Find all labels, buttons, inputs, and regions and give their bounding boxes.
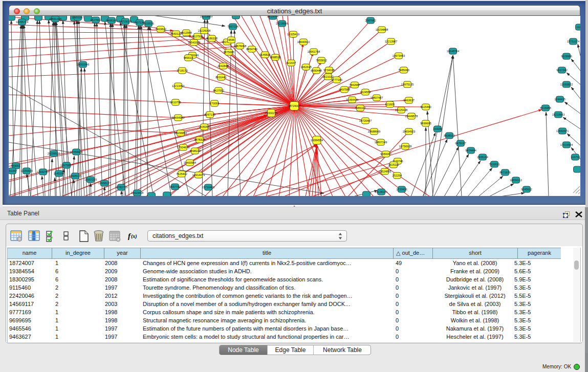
svg-text:9127509: 9127509: [192, 35, 203, 38]
svg-text:116753: 116753: [571, 156, 580, 159]
svg-text:10025438: 10025438: [395, 108, 407, 112]
svg-text:11156829: 11156829: [20, 169, 33, 172]
svg-text:10654112: 10654112: [510, 179, 522, 182]
svg-text:1588520: 1588520: [270, 56, 280, 59]
svg-text:17016504: 17016504: [560, 143, 573, 146]
svg-text:17359928: 17359928: [70, 150, 82, 154]
svg-text:10961758: 10961758: [308, 50, 320, 53]
svg-text:3875685: 3875685: [223, 51, 234, 54]
svg-text:164095: 164095: [433, 127, 442, 130]
svg-text:10973493: 10973493: [393, 54, 405, 57]
svg-text:16210643: 16210643: [552, 113, 564, 116]
svg-text:18807249: 18807249: [375, 141, 387, 144]
svg-text:16782759: 16782759: [115, 186, 127, 189]
svg-text:13692971: 13692971: [556, 129, 569, 133]
svg-text:1527602: 1527602: [90, 18, 101, 21]
svg-text:7986322: 7986322: [355, 106, 365, 110]
svg-text:14055724: 14055724: [16, 20, 28, 24]
svg-text:7357224: 7357224: [227, 25, 238, 28]
svg-text:1244415: 1244415: [554, 98, 565, 101]
svg-text:1145194: 1145194: [53, 172, 64, 175]
svg-text:16640910: 16640910: [297, 40, 310, 43]
svg-text:7955812: 7955812: [316, 59, 326, 62]
svg-text:12213393: 12213393: [172, 84, 184, 87]
svg-text:23300275: 23300275: [265, 112, 277, 115]
svg-text:12905135: 12905135: [69, 174, 81, 178]
svg-text:6479197: 6479197: [455, 142, 466, 145]
svg-text:10807487: 10807487: [371, 96, 383, 99]
svg-text:2935134: 2935134: [477, 156, 488, 159]
svg-text:8031441: 8031441: [215, 76, 226, 79]
svg-text:7632621: 7632621: [489, 163, 499, 166]
svg-text:3498224: 3498224: [189, 149, 200, 152]
svg-text:1733426: 1733426: [396, 188, 407, 191]
svg-text:9474444: 9474444: [465, 149, 476, 152]
svg-text:7463822: 7463822: [155, 28, 166, 31]
svg-text:7515526: 7515526: [143, 22, 154, 25]
svg-text:822037: 822037: [287, 61, 296, 64]
svg-text:9245612: 9245612: [521, 188, 532, 191]
svg-text:8454749: 8454749: [246, 48, 257, 51]
svg-text:170063: 170063: [210, 102, 219, 105]
svg-text:20053346: 20053346: [77, 63, 89, 66]
svg-text:10654983: 10654983: [172, 116, 184, 119]
svg-text:8660123: 8660123: [170, 32, 181, 35]
svg-text:15716485: 15716485: [202, 186, 214, 189]
svg-text:10975857: 10975857: [60, 164, 73, 167]
svg-text:14914479: 14914479: [192, 173, 205, 177]
svg-text:23676068: 23676068: [234, 45, 246, 48]
svg-text:8267130: 8267130: [204, 113, 215, 116]
svg-text:8813054: 8813054: [267, 16, 278, 18]
svg-text:1624554: 1624554: [360, 91, 371, 94]
svg-text:9084067: 9084067: [380, 152, 391, 156]
svg-text:15720407: 15720407: [359, 119, 372, 122]
svg-text:8471676: 8471676: [499, 171, 510, 174]
svg-text:8938923: 8938923: [444, 134, 454, 137]
svg-text:391447: 391447: [9, 169, 17, 172]
svg-text:9463627: 9463627: [403, 99, 414, 102]
svg-text:23226058: 23226058: [198, 29, 210, 32]
svg-text:9777169: 9777169: [331, 78, 342, 81]
svg-text:9546: 9546: [228, 38, 234, 41]
svg-text:959001: 959001: [11, 164, 20, 167]
svg-text:10543332: 10543332: [188, 41, 200, 44]
svg-text:9699695: 9699695: [420, 122, 431, 125]
svg-text:12093822: 12093822: [560, 83, 573, 86]
svg-text:6466160: 6466160: [106, 19, 117, 22]
svg-text:9329996: 9329996: [561, 55, 572, 58]
svg-text:20206526: 20206526: [48, 152, 60, 155]
svg-text:1362615: 1362615: [300, 65, 311, 69]
svg-text:16033809: 16033809: [200, 16, 212, 18]
svg-text:18724007: 18724007: [288, 104, 300, 107]
svg-text:12923448: 12923448: [131, 191, 143, 194]
svg-text:9115460: 9115460: [420, 105, 431, 108]
svg-text:1610755: 1610755: [170, 101, 181, 104]
svg-text:(x): (x): [131, 233, 137, 239]
svg-text:6990448: 6990448: [311, 69, 321, 72]
svg-text:9227342: 9227342: [556, 69, 567, 72]
svg-text:252254: 252254: [393, 174, 402, 177]
svg-text:621605: 621605: [385, 103, 395, 106]
svg-text:9146821: 9146821: [259, 53, 270, 56]
svg-text:15751074: 15751074: [567, 40, 579, 43]
svg-text:1112: 1112: [576, 26, 580, 29]
svg-text:8427552: 8427552: [213, 89, 224, 92]
svg-text:10756928: 10756928: [399, 145, 411, 148]
svg-text:2718170: 2718170: [177, 69, 187, 72]
svg-text:10719155: 10719155: [119, 20, 132, 23]
svg-text:2087682: 2087682: [365, 19, 376, 22]
svg-text:13524855: 13524855: [379, 170, 391, 173]
svg-text:13975125: 13975125: [401, 83, 413, 86]
svg-text:23449578: 23449578: [405, 115, 418, 118]
svg-text:3878324: 3878324: [194, 138, 205, 141]
svg-text:10154808: 10154808: [376, 28, 388, 31]
svg-text:7625402: 7625402: [176, 172, 187, 176]
svg-text:7462667: 7462667: [349, 83, 360, 86]
svg-text:1615112: 1615112: [388, 163, 399, 166]
svg-text:20691406: 20691406: [49, 17, 61, 20]
svg-text:9734028: 9734028: [323, 69, 334, 72]
svg-text:17004678: 17004678: [177, 146, 189, 149]
svg-text:21364436: 21364436: [346, 98, 358, 101]
svg-text:8215958: 8215958: [540, 106, 551, 110]
svg-text:19218506: 19218506: [276, 22, 288, 25]
